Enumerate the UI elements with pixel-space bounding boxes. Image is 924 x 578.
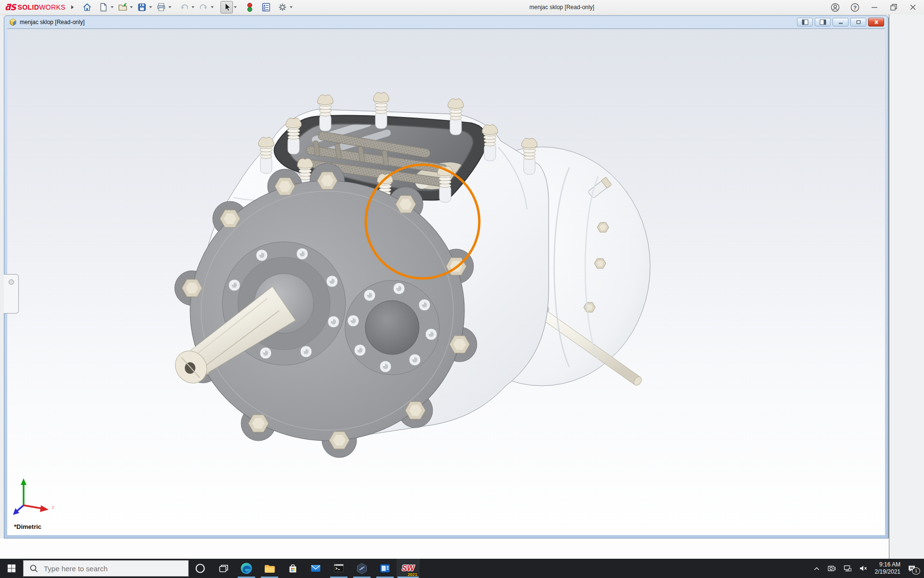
home-button[interactable] bbox=[81, 1, 93, 13]
windows-logo-icon bbox=[7, 564, 16, 573]
media-app-icon bbox=[379, 562, 391, 575]
undo-dropdown[interactable] bbox=[192, 6, 194, 8]
open-dropdown[interactable] bbox=[130, 6, 133, 8]
properties-button[interactable] bbox=[260, 1, 272, 13]
options-dropdown[interactable] bbox=[290, 6, 293, 8]
interference-check-button[interactable] bbox=[244, 1, 256, 13]
redo-dropdown[interactable] bbox=[211, 6, 214, 8]
traffic-light-icon bbox=[244, 2, 255, 13]
open-button[interactable] bbox=[116, 1, 129, 13]
taskbar-app-command-prompt[interactable] bbox=[327, 559, 350, 578]
task-view-button[interactable] bbox=[212, 559, 235, 578]
featuremanager-collapsed-tab[interactable] bbox=[4, 274, 19, 314]
doc-close-button[interactable] bbox=[868, 18, 884, 26]
save-button[interactable] bbox=[136, 1, 148, 13]
open-folder-icon bbox=[117, 2, 128, 13]
action-center-button[interactable]: 1 bbox=[904, 559, 922, 578]
cortana-button[interactable] bbox=[189, 559, 212, 578]
chevron-up-icon bbox=[813, 565, 821, 572]
search-icon bbox=[29, 564, 38, 573]
task-pane-strip bbox=[889, 14, 924, 559]
hidden-icons-button[interactable] bbox=[809, 559, 824, 578]
task-view-icon bbox=[218, 564, 229, 573]
taskbar-app-hexagon[interactable] bbox=[350, 559, 373, 578]
taskbar-app-microsoft-store[interactable] bbox=[281, 559, 304, 578]
close-button[interactable] bbox=[909, 3, 917, 12]
minimize-icon bbox=[870, 3, 879, 12]
doc-close-icon bbox=[873, 19, 880, 25]
close-icon bbox=[909, 3, 917, 12]
taskbar-app-mail[interactable] bbox=[304, 559, 327, 578]
file-explorer-icon bbox=[263, 562, 276, 575]
options-button[interactable] bbox=[276, 1, 289, 13]
view-orientation-label: *Dimetric bbox=[14, 523, 41, 530]
windows-taskbar: SW 2021 bbox=[0, 559, 924, 578]
new-document-dropdown[interactable] bbox=[111, 6, 114, 8]
network-button[interactable] bbox=[840, 559, 855, 578]
clock-date: 2/19/2021 bbox=[875, 568, 900, 576]
app-title: menjac sklop [Read-only] bbox=[529, 4, 594, 11]
tablet-workspace-button[interactable] bbox=[824, 559, 840, 578]
gearbox-model bbox=[7, 29, 885, 535]
undo-icon bbox=[179, 2, 190, 13]
save-icon bbox=[137, 2, 147, 13]
doc-restore-button[interactable] bbox=[850, 18, 866, 26]
properties-form-icon bbox=[261, 2, 271, 13]
document-window: menjac sklop [Read-only] bbox=[4, 15, 888, 539]
solidworks-logo: ƌS SOLID WORKS bbox=[5, 0, 74, 14]
notification-badge: 1 bbox=[912, 567, 920, 575]
home-icon bbox=[82, 2, 92, 13]
taskbar-clock[interactable]: 9:16 AM 2/19/2021 bbox=[871, 561, 904, 576]
volume-button[interactable] bbox=[855, 559, 871, 578]
taskbar-search[interactable] bbox=[23, 560, 189, 577]
select-tool-button[interactable] bbox=[220, 1, 233, 13]
pane-pin-icon bbox=[9, 279, 14, 285]
clock-time: 9:16 AM bbox=[875, 561, 900, 568]
mail-icon bbox=[309, 562, 322, 575]
svg-text:?: ? bbox=[853, 4, 857, 10]
minimize-button[interactable] bbox=[870, 3, 879, 12]
search-input[interactable] bbox=[43, 564, 170, 573]
command-prompt-icon bbox=[333, 562, 345, 575]
select-tool-dropdown[interactable] bbox=[234, 6, 237, 8]
taskbar-app-media[interactable] bbox=[373, 559, 397, 578]
tablet-pen-icon bbox=[827, 565, 836, 573]
document-titlebar[interactable]: menjac sklop [Read-only] bbox=[7, 16, 885, 28]
menu-flyout-arrow-icon[interactable] bbox=[71, 5, 74, 9]
status-bar bbox=[0, 539, 889, 559]
volume-muted-icon bbox=[859, 565, 868, 572]
viewport-canvas[interactable]: x *Dimetric bbox=[7, 28, 885, 535]
redo-button[interactable] bbox=[197, 1, 210, 13]
taskbar-app-file-explorer[interactable] bbox=[258, 559, 281, 578]
system-tray: 9:16 AM 2/19/2021 1 bbox=[809, 559, 924, 578]
show-left-pane-button[interactable] bbox=[797, 18, 813, 26]
triad-x-label: x bbox=[51, 504, 55, 511]
hexagon-app-icon bbox=[356, 562, 368, 575]
help-button[interactable]: ? bbox=[850, 3, 860, 12]
doc-minimize-button[interactable] bbox=[833, 18, 848, 26]
restore-icon bbox=[889, 3, 898, 12]
microsoft-store-icon bbox=[287, 563, 299, 575]
restore-button[interactable] bbox=[889, 3, 898, 12]
taskbar-app-edge[interactable] bbox=[235, 559, 258, 578]
doc-restore-icon bbox=[855, 19, 862, 25]
undo-button[interactable] bbox=[178, 1, 191, 13]
pane-left-icon bbox=[802, 19, 808, 25]
doc-minimize-icon bbox=[837, 19, 844, 25]
cortana-icon bbox=[195, 563, 205, 574]
account-button[interactable] bbox=[831, 3, 840, 12]
print-button[interactable] bbox=[155, 1, 167, 13]
print-dropdown[interactable] bbox=[168, 6, 171, 8]
pane-right-icon bbox=[820, 19, 826, 25]
save-dropdown[interactable] bbox=[149, 6, 152, 8]
select-cursor-icon bbox=[221, 2, 232, 13]
cover-bearing-cap bbox=[345, 280, 439, 375]
taskbar-app-solidworks[interactable]: SW 2021 bbox=[397, 559, 420, 578]
gear-icon bbox=[277, 2, 288, 13]
new-document-button[interactable] bbox=[97, 1, 110, 13]
orientation-triad: x bbox=[9, 475, 57, 519]
document-title: menjac sklop [Read-only] bbox=[20, 19, 85, 26]
ds-logo-mark: ƌS bbox=[5, 2, 15, 12]
start-button[interactable] bbox=[0, 559, 23, 578]
show-right-pane-button[interactable] bbox=[815, 18, 831, 26]
